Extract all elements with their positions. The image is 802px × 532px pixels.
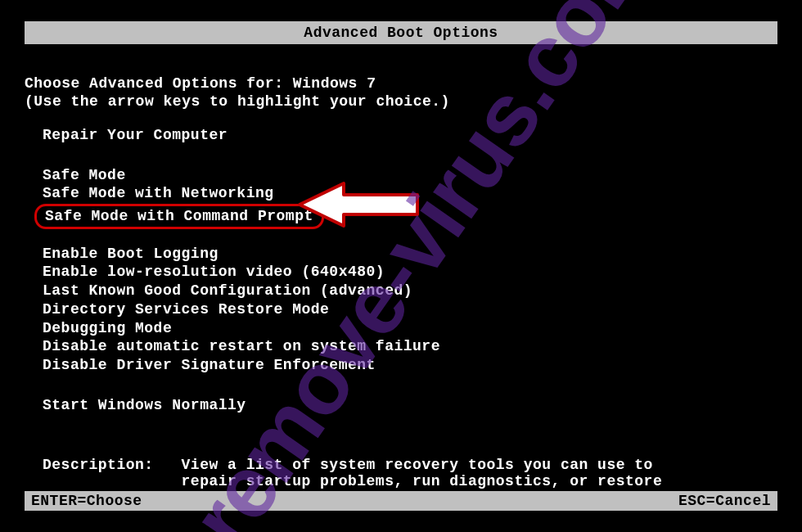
option-group-normal: Start Windows Normally [43, 396, 777, 415]
option-group-repair: Repair Your Computer [43, 126, 777, 145]
page-title: Advanced Boot Options [304, 25, 498, 41]
option-disable-auto-restart[interactable]: Disable automatic restart on system fail… [43, 337, 777, 356]
footer-enter: ENTER=Choose [31, 493, 142, 509]
option-safe-mode[interactable]: Safe Mode [43, 166, 777, 185]
option-safe-mode-networking[interactable]: Safe Mode with Networking [43, 184, 777, 203]
option-enable-boot-logging[interactable]: Enable Boot Logging [43, 245, 777, 264]
option-low-res-video[interactable]: Enable low-resolution video (640x480) [43, 263, 777, 282]
option-last-known-good[interactable]: Last Known Good Configuration (advanced) [43, 282, 777, 300]
option-disable-driver-sig[interactable]: Disable Driver Signature Enforcement [43, 356, 777, 375]
option-safe-mode-command-prompt[interactable]: Safe Mode with Command Prompt [43, 203, 777, 230]
intro-prefix: Choose Advanced Options for: [25, 75, 293, 92]
option-safe-mode-command-prompt-label: Safe Mode with Command Prompt [45, 208, 313, 224]
intro-line: Choose Advanced Options for: Windows 7 [25, 75, 777, 92]
option-repair-computer[interactable]: Repair Your Computer [43, 126, 777, 145]
intro-os: Windows 7 [293, 75, 376, 92]
content-area: Choose Advanced Options for: Windows 7 (… [0, 44, 802, 514]
option-start-normally[interactable]: Start Windows Normally [43, 396, 777, 415]
footer-bar: ENTER=Choose ESC=Cancel [25, 491, 777, 511]
intro-hint: (Use the arrow keys to highlight your ch… [25, 93, 777, 110]
option-directory-services-restore[interactable]: Directory Services Restore Mode [43, 300, 777, 319]
footer-esc: ESC=Cancel [678, 493, 771, 509]
title-bar: Advanced Boot Options [25, 21, 777, 44]
highlight-ring: Safe Mode with Command Prompt [34, 204, 324, 229]
option-group-advanced: Enable Boot Logging Enable low-resolutio… [43, 245, 777, 375]
option-group-safemode: Safe Mode Safe Mode with Networking Safe… [43, 166, 777, 230]
option-debugging-mode[interactable]: Debugging Mode [43, 319, 777, 338]
